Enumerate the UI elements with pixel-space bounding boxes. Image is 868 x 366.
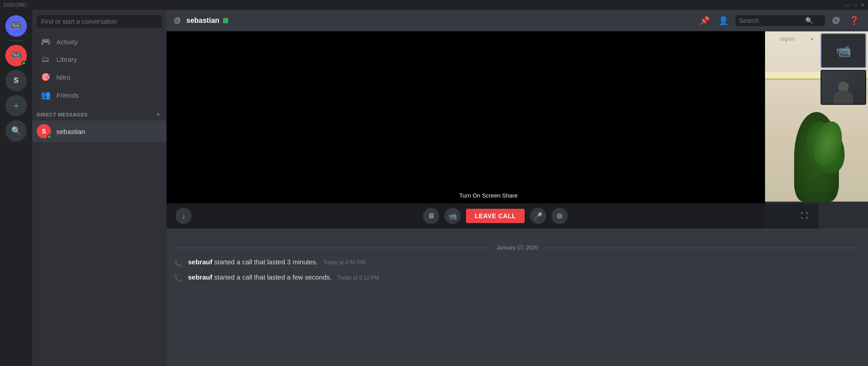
plant-body-visual — [794, 112, 839, 202]
close-button[interactable]: ✕ — [860, 2, 864, 8]
person-thumb-visual — [821, 71, 865, 104]
s-server-letter: S — [14, 77, 19, 85]
message-sender-1: sebrauf — [188, 258, 212, 266]
video-call-area: 📹 region India ▼ — [167, 31, 868, 228]
dm-add-button[interactable]: + — [154, 111, 162, 119]
sidebar-item-nitro[interactable]: 🎯 Nitro — [36, 69, 163, 86]
red-server-logo: 🎮 — [10, 50, 22, 61]
region-value: India — [796, 36, 808, 42]
nitro-icon: 🎯 — [40, 72, 51, 82]
dm-sidebar: 🎮 Activity 🗂 Library 🎯 Nitro 👥 Friends D… — [32, 10, 167, 366]
video-thumbnails-panel: 📹 — [819, 31, 868, 107]
channel-name: sebastian — [186, 17, 228, 25]
at-prefix-icon: @ — [174, 17, 181, 25]
message-content-2: sebrauf started a call that lasted a few… — [188, 273, 379, 281]
search-icon: 🔍 — [11, 126, 21, 136]
date-divider: January 17, 2020 — [174, 245, 861, 251]
friends-label: Friends — [56, 91, 79, 99]
leave-call-button[interactable]: LEAVE CALL — [466, 209, 525, 223]
message-item-1: 📞 sebrauf started a call that lasted 3 m… — [174, 258, 861, 268]
screen-share-button[interactable]: 🖥 — [423, 208, 439, 224]
region-chevron-icon[interactable]: ▼ — [810, 37, 814, 42]
call-controls-bar: ↓ Turn On Screen Share 🖥 📹 LEAVE CALL 🎤 … — [167, 203, 819, 228]
discord-home-icon[interactable]: 🎮 — [5, 15, 27, 37]
message-item-2: 📞 sebrauf started a call that lasted a f… — [174, 273, 861, 283]
online-dot — [21, 61, 26, 65]
help-button[interactable]: ❓ — [847, 14, 861, 27]
online-badge — [223, 18, 228, 23]
server-sidebar: 🎮 🎮 S + 🔍 — [0, 10, 32, 366]
red-server-icon[interactable]: 🎮 — [5, 45, 27, 66]
message-content-1: sebrauf started a call that lasted 3 min… — [188, 258, 365, 266]
region-label: region — [780, 36, 795, 42]
discord-logo-icon: 🎮 — [9, 20, 23, 32]
date-line-right — [543, 248, 861, 248]
library-icon: 🗂 — [40, 55, 51, 64]
library-label: Library — [56, 56, 77, 63]
s-server-icon[interactable]: S — [5, 70, 27, 91]
dm-user-sebastian[interactable]: S sebastian — [32, 121, 167, 142]
fullscreen-button[interactable]: ⛶ — [799, 210, 810, 222]
person-body — [834, 90, 853, 104]
call-controls-right: ⛶ — [799, 210, 810, 222]
sidebar-item-friends[interactable]: 👥 Friends — [36, 86, 163, 103]
header-search-input[interactable] — [739, 17, 802, 24]
region-selector: region India ▼ — [780, 36, 814, 42]
person-silhouette — [832, 82, 855, 104]
friends-icon: 👥 — [40, 90, 51, 100]
at-button[interactable]: @ — [830, 14, 842, 27]
sebastian-avatar: S — [37, 124, 51, 138]
message-sender-2: sebrauf — [188, 273, 212, 281]
scroll-down-button[interactable]: ↓ — [175, 208, 192, 224]
channel-header: @ sebastian 📌 👤 🔍 @ ❓ — [167, 10, 868, 31]
pin-button[interactable]: 📌 — [698, 14, 711, 27]
date-label: January 17, 2020 — [496, 245, 538, 251]
dm-search-bar — [32, 10, 167, 33]
search-icon: 🔍 — [805, 17, 813, 24]
app-title: DISCORD — [4, 2, 26, 8]
phone-icon-1: 📞 — [174, 259, 183, 268]
camera-button[interactable]: 📹 — [445, 208, 461, 224]
activity-label: Activity — [56, 38, 78, 46]
video-thumb-camera[interactable]: 📹 — [821, 33, 866, 68]
phone-icon-2: 📞 — [174, 274, 183, 283]
minimize-button[interactable]: — — [845, 2, 850, 8]
maximize-button[interactable]: □ — [854, 2, 857, 8]
settings-button[interactable]: ⚙ — [552, 208, 568, 224]
title-bar: DISCORD — □ ✕ — [0, 0, 868, 10]
dm-nav: 🎮 Activity 🗂 Library 🎯 Nitro 👥 Friends — [32, 33, 167, 103]
video-thumb-person[interactable] — [821, 70, 866, 105]
call-controls-left: ↓ — [175, 208, 192, 224]
add-icon: + — [13, 99, 19, 112]
explore-servers-icon[interactable]: 🔍 — [5, 120, 27, 142]
sebastian-username: sebastian — [56, 128, 85, 135]
call-controls-center: Turn On Screen Share 🖥 📹 LEAVE CALL 🎤 ⚙ — [423, 208, 568, 224]
mute-button[interactable]: 🎤 — [530, 208, 546, 224]
message-text-1: started a call that lasted 3 minutes. — [214, 258, 318, 266]
video-main-feed — [167, 31, 765, 228]
header-search-bar[interactable]: 🔍 — [735, 15, 825, 26]
activity-icon: 🎮 — [40, 37, 51, 47]
channel-name-text: sebastian — [186, 17, 219, 25]
server-divider — [9, 40, 23, 41]
dm-section-label: DIRECT MESSAGES — [37, 112, 88, 117]
add-server-icon[interactable]: + — [5, 95, 27, 116]
message-timestamp-1: Today at 4:50 PM — [323, 259, 365, 266]
dm-section-header: DIRECT MESSAGES + — [32, 103, 167, 121]
date-line-left — [174, 248, 491, 248]
messages-area: January 17, 2020 📞 sebrauf started a cal… — [167, 228, 868, 366]
sidebar-item-library[interactable]: 🗂 Library — [36, 51, 163, 68]
add-member-button[interactable]: 👤 — [717, 14, 730, 27]
online-indicator — [47, 134, 51, 139]
camera-thumb-visual: 📹 — [821, 34, 865, 67]
message-text-2: started a call that lasted a few seconds… — [214, 273, 332, 281]
sidebar-item-activity[interactable]: 🎮 Activity — [36, 33, 163, 50]
main-content: @ sebastian 📌 👤 🔍 @ ❓ — [167, 10, 868, 366]
dm-search-input[interactable] — [37, 15, 162, 28]
nitro-label: Nitro — [56, 73, 71, 81]
window-controls: — □ ✕ — [845, 2, 864, 8]
app-layout: 🎮 🎮 S + 🔍 🎮 Activity 🗂 Librar — [0, 10, 868, 366]
message-timestamp-2: Today at 5:12 PM — [337, 275, 379, 281]
